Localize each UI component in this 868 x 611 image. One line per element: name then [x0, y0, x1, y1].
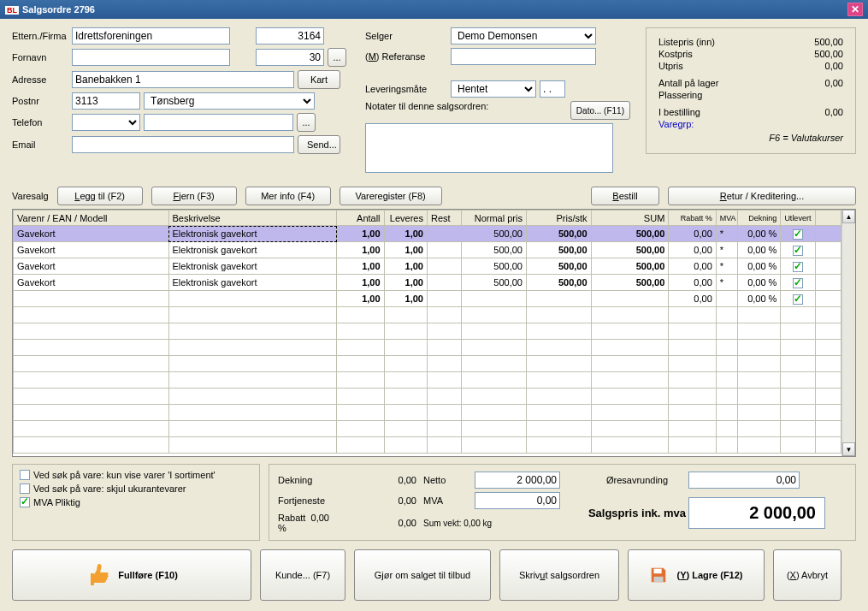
ettern-input[interactable] [72, 27, 230, 44]
rabatt-label: Rabatt 0,00 % [278, 513, 338, 533]
poststed-select[interactable]: Tønsberg [144, 92, 315, 110]
varesalg-label: Varesalg [12, 191, 49, 201]
lev-extra-input[interactable] [540, 80, 565, 98]
info-panel: Listepris (inn)500,00 Kostpris500,00 Utp… [646, 27, 856, 154]
telefon2-input[interactable] [144, 114, 293, 131]
listepris-value: 500,00 [814, 37, 843, 47]
table-row[interactable] [14, 421, 841, 437]
ores-label: Øresavrunding [586, 475, 688, 485]
varereg-button[interactable]: Vareregister (F8) [340, 187, 442, 205]
th-leveres[interactable]: Leveres [384, 211, 427, 226]
plassering-label: Plassering [658, 90, 702, 100]
bestill-button[interactable]: Bestill [591, 187, 659, 205]
scroll-down-icon[interactable]: ▼ [842, 442, 855, 456]
table-row[interactable] [14, 437, 841, 454]
titlebar: BLSalgsordre 2796 ✕ [0, 0, 868, 19]
utlevert-checkbox[interactable] [793, 246, 803, 256]
listepris-label: Listepris (inn) [658, 37, 715, 47]
opt3-checkbox[interactable] [20, 497, 30, 507]
table-row[interactable] [14, 356, 841, 372]
scroll-up-icon[interactable]: ▲ [842, 210, 855, 223]
leggtil-button[interactable]: Legg til (F2) [57, 187, 143, 205]
sumvekt-label: Sum vekt: 0,00 kg [423, 519, 586, 528]
ibest-value: 0,00 [825, 107, 843, 117]
close-button[interactable]: ✕ [847, 3, 863, 16]
label-notater: Notater til denne salgsordren: [365, 101, 488, 111]
table-row[interactable]: GavekortElektronisk gavekort1,001,00500,… [14, 226, 841, 242]
th-sum[interactable]: SUM [591, 211, 669, 226]
telefon-select[interactable] [72, 114, 140, 131]
label-leveringsmate: Leveringsmåte [365, 84, 451, 94]
options-panel: Ved søk på vare: kun vise varer 'I sorti… [12, 464, 260, 541]
fornavn-num-input[interactable] [256, 49, 324, 66]
notater-textarea[interactable] [365, 123, 613, 173]
kostpris-label: Kostpris [658, 49, 693, 59]
table-row[interactable]: GavekortElektronisk gavekort1,001,00500,… [14, 275, 841, 291]
th-prisstk[interactable]: Pris/stk [526, 211, 591, 226]
varegrp-label: Varegrp: [658, 119, 694, 129]
opt2-label: Ved søk på vare: skjul ukurantevarer [33, 483, 186, 494]
retur-button[interactable]: Retur / Kreditering... [668, 187, 856, 205]
table-row[interactable]: GavekortElektronisk gavekort1,001,00500,… [14, 258, 841, 275]
table-row[interactable] [14, 323, 841, 340]
fjern-button[interactable]: Fjern (F3) [151, 187, 237, 205]
lagre-button[interactable]: (Y) Lagre (F12) [628, 549, 765, 601]
fornavn-browse-button[interactable]: ... [328, 48, 346, 67]
mva-input[interactable] [475, 492, 560, 509]
kunde-button[interactable]: Kunde... (F7) [260, 549, 345, 601]
th-normal[interactable]: Normal pris [462, 211, 527, 226]
fullfore-button[interactable]: Fullføre (F10) [12, 549, 251, 601]
table-row[interactable] [14, 340, 841, 356]
opt2-checkbox[interactable] [20, 483, 30, 494]
dekning-label: Dekning [278, 475, 338, 485]
table-row[interactable] [14, 372, 841, 389]
th-antall[interactable]: Antall [337, 211, 384, 226]
vertical-scrollbar[interactable]: ▲ ▼ [841, 210, 855, 456]
th-utlevert[interactable]: Utlevert [781, 211, 815, 226]
antall-label: Antall på lager [658, 78, 718, 88]
utlevert-checkbox[interactable] [793, 229, 803, 240]
avbryt-button[interactable]: (X) Avbryt [773, 549, 841, 601]
f6-label: F6 = Valutakurser [769, 133, 843, 143]
gjorom-button[interactable]: Gjør om salget til tilbud [354, 549, 491, 601]
th-beskr[interactable]: Beskrivelse [168, 211, 337, 226]
referanse-input[interactable] [451, 48, 596, 65]
kart-button[interactable]: Kart [298, 70, 340, 89]
label-telefon: Telefon [12, 117, 72, 128]
th-rest[interactable]: Rest [427, 211, 461, 226]
th-varenr[interactable]: Varenr / EAN / Modell [14, 211, 169, 226]
utpris-value: 0,00 [825, 61, 843, 71]
salgspris-value: 2 000,00 [688, 497, 825, 529]
table-row[interactable] [14, 405, 841, 421]
skrivut-button[interactable]: Skriv ut salgsordren [499, 549, 619, 601]
table-row[interactable]: 1,001,000,000,00 % [14, 291, 841, 307]
rabatt-value: 0,00 [338, 518, 423, 528]
utlevert-checkbox[interactable] [793, 294, 803, 305]
utlevert-checkbox[interactable] [793, 262, 803, 272]
opt1-checkbox[interactable] [20, 470, 30, 480]
thumbs-up-icon [86, 561, 113, 589]
table-row[interactable]: GavekortElektronisk gavekort1,001,00500,… [14, 242, 841, 258]
telefon-browse-button[interactable]: ... [297, 113, 316, 132]
th-rabatt[interactable]: Rabatt % [669, 211, 716, 226]
leveringsmate-select[interactable]: Hentet [451, 80, 536, 98]
fornavn-input[interactable] [72, 49, 230, 66]
table-row[interactable] [14, 389, 841, 405]
postnr-input[interactable] [72, 92, 140, 110]
dato-button[interactable]: Dato... (F11) [570, 101, 630, 120]
email-input[interactable] [72, 136, 294, 153]
kostpris-value: 500,00 [814, 49, 843, 59]
merinfo-button[interactable]: Mer info (F4) [245, 187, 331, 205]
ettern-num-input[interactable] [256, 27, 324, 44]
netto-input[interactable] [475, 472, 560, 489]
ores-input[interactable] [688, 472, 800, 489]
th-mva[interactable]: MVA [716, 211, 737, 226]
table-row[interactable] [14, 307, 841, 323]
selger-select[interactable]: Demo Demonsen [451, 27, 596, 44]
label-referanse: (M) Referanse [365, 51, 451, 62]
adresse-input[interactable] [72, 71, 294, 88]
send-button[interactable]: Send... [298, 135, 340, 154]
items-table[interactable]: Varenr / EAN / Modell Beskrivelse Antall… [13, 210, 841, 454]
utlevert-checkbox[interactable] [793, 278, 803, 288]
th-dekning[interactable]: Dekning [737, 211, 780, 226]
